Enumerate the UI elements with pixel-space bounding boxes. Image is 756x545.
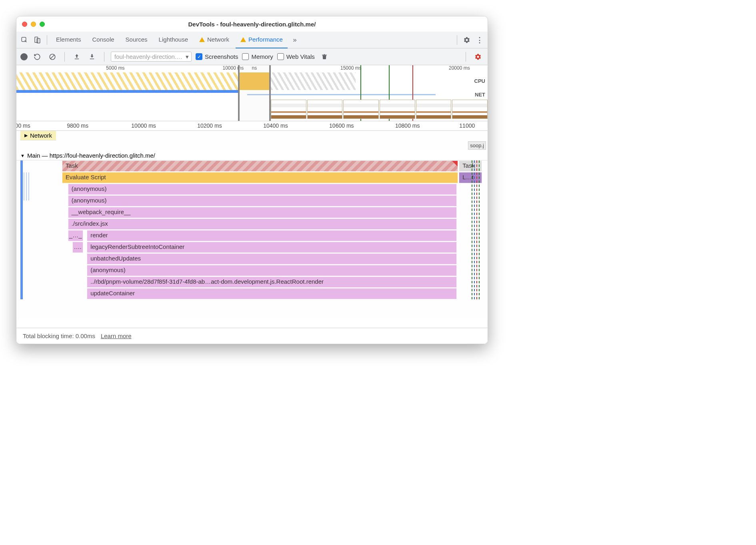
performance-toolbar: foul-heavenly-direction.… Screenshots Me… [16, 48, 488, 65]
flame-chart-area[interactable]: ▶ Network soop.j ▼ Main — https://foul-h… [16, 131, 488, 319]
tab-elements[interactable]: Elements [51, 32, 86, 48]
divider [466, 52, 466, 62]
screenshot-thumb[interactable] [452, 100, 488, 119]
ruler-tick: 10800 ms [395, 122, 420, 129]
main-track-label: Main — https://foul-heavenly-direction.g… [27, 152, 155, 159]
flame-frame[interactable]: __webpack_require__ [68, 207, 457, 218]
web-vitals-label: Web Vitals [286, 53, 315, 60]
svg-rect-1 [35, 37, 38, 42]
divider [64, 52, 65, 62]
screenshot-thumb[interactable] [271, 100, 306, 119]
checkbox-icon [242, 53, 249, 60]
blocking-time-label: Total blocking time: 0.00ms [23, 333, 95, 339]
flame-frame[interactable]: (anonymous) [87, 265, 456, 276]
screenshot-thumb[interactable] [343, 100, 379, 119]
checkbox-checked-icon [196, 53, 202, 60]
learn-more-link[interactable]: Learn more [101, 333, 132, 339]
clear-icon[interactable] [47, 51, 58, 62]
screenshots-label: Screenshots [205, 53, 238, 60]
capture-settings-gear-icon[interactable] [472, 51, 484, 62]
tab-performance-label: Performance [248, 36, 283, 43]
tab-console[interactable]: Console [88, 32, 119, 48]
flame-frame[interactable]: render [87, 230, 456, 241]
svg-rect-5 [90, 58, 94, 59]
toggle-device-toolbar-icon[interactable] [32, 34, 43, 46]
window-close-button[interactable] [22, 22, 27, 27]
flame-frame-prefix[interactable]: …. [72, 242, 83, 253]
overview-net-bar [16, 90, 238, 93]
memory-checkbox[interactable]: Memory [242, 53, 273, 60]
detail-time-ruler[interactable]: 500 ms 9800 ms 10000 ms 10200 ms 10400 m… [16, 121, 488, 131]
network-track-label: Network [30, 132, 52, 139]
screenshots-checkbox[interactable]: Screenshots [196, 53, 238, 60]
cpu-label: CPU [474, 78, 485, 84]
tick-label: 20000 ms [449, 65, 470, 71]
inspect-element-icon[interactable] [19, 34, 30, 46]
ruler-tick: 10600 ms [329, 122, 354, 129]
flame-frame[interactable]: ../rbd/pnpm-volume/28d7f85f-31d7-4fd8-ab… [87, 277, 456, 288]
load-profile-icon[interactable] [71, 51, 82, 62]
web-vitals-checkbox[interactable]: Web Vitals [277, 53, 315, 60]
overview-screenshot-strip [271, 100, 488, 119]
devtools-tab-strip: Elements Console Sources Lighthouse Netw… [16, 32, 488, 48]
ruler-tick: 500 ms [16, 122, 30, 129]
tab-lighthouse[interactable]: Lighthouse [154, 32, 193, 48]
svg-rect-4 [75, 58, 79, 59]
tab-performance[interactable]: Performance [236, 32, 288, 48]
tab-network[interactable]: Network [194, 32, 234, 48]
window-title: DevTools - foul-heavenly-direction.glitc… [16, 21, 488, 28]
ruler-tick: 10000 ms [131, 122, 156, 129]
checkbox-icon [277, 53, 284, 60]
save-profile-icon[interactable] [86, 51, 98, 62]
memory-label: Memory [251, 53, 273, 60]
reload-icon[interactable] [32, 51, 43, 62]
marker-dashes [472, 160, 480, 299]
tick-label: 15000 ms [340, 65, 362, 71]
overview-selection-handle[interactable] [238, 65, 271, 121]
window-zoom-button[interactable] [40, 22, 45, 27]
window-minimize-button[interactable] [31, 22, 36, 27]
network-item[interactable]: soop.j [468, 141, 486, 150]
network-track-row: soop.j [16, 140, 488, 151]
flame-frame[interactable]: ./src/index.jsx [68, 218, 457, 230]
tab-sources[interactable]: Sources [121, 32, 152, 48]
overview-net-bar-light [247, 94, 436, 95]
flame-evaluate-script[interactable]: Evaluate Script [62, 172, 458, 183]
net-label: NET [475, 92, 485, 98]
kebab-menu-icon[interactable]: ⋮ [474, 34, 485, 46]
divider [104, 52, 104, 62]
flame-frame[interactable]: updateContainer [87, 288, 456, 299]
flame-chart[interactable]: Task Task Evaluate Script L…t (anonymous… [20, 160, 482, 299]
profile-select-dropdown[interactable]: foul-heavenly-direction.… [111, 52, 192, 62]
screenshot-thumb[interactable] [416, 100, 452, 119]
flame-frame[interactable]: (anonymous) [68, 195, 457, 206]
timeline-overview[interactable]: 5000 ms 10000 ms ns 15000 ms 20000 ms CP… [16, 65, 488, 121]
ruler-tick: 9800 ms [67, 122, 88, 129]
flame-frame[interactable]: (anonymous) [68, 184, 457, 195]
more-tabs-chevron-icon[interactable]: » [289, 34, 300, 46]
record-button-icon[interactable] [20, 53, 28, 60]
divider [457, 35, 457, 45]
flame-task[interactable]: Task [62, 160, 458, 172]
tab-network-label: Network [207, 36, 229, 43]
flame-frame[interactable]: legacyRenderSubtreeIntoContainer [87, 242, 456, 253]
ruler-tick: 10400 ms [263, 122, 288, 129]
divider [47, 35, 47, 45]
collapse-arrow-icon: ▼ [20, 153, 25, 158]
main-track-header[interactable]: ▼ Main — https://foul-heavenly-direction… [16, 151, 488, 160]
network-track-header[interactable]: ▶ Network [20, 131, 56, 140]
screenshot-thumb[interactable] [307, 100, 343, 119]
screenshot-thumb[interactable] [380, 100, 415, 119]
ruler-tick: 10200 ms [197, 122, 222, 129]
status-footer: Total blocking time: 0.00ms Learn more [16, 328, 488, 344]
flame-frame-prefix[interactable]: _…_ [68, 230, 83, 241]
flame-frame[interactable]: unbatchedUpdates [87, 253, 456, 264]
tick-label: 5000 ms [106, 65, 124, 71]
window-titlebar: DevTools - foul-heavenly-direction.glitc… [16, 16, 488, 32]
expand-arrow-icon: ▶ [24, 133, 28, 138]
settings-gear-icon[interactable] [461, 34, 472, 46]
collect-garbage-trash-icon[interactable] [319, 51, 330, 62]
